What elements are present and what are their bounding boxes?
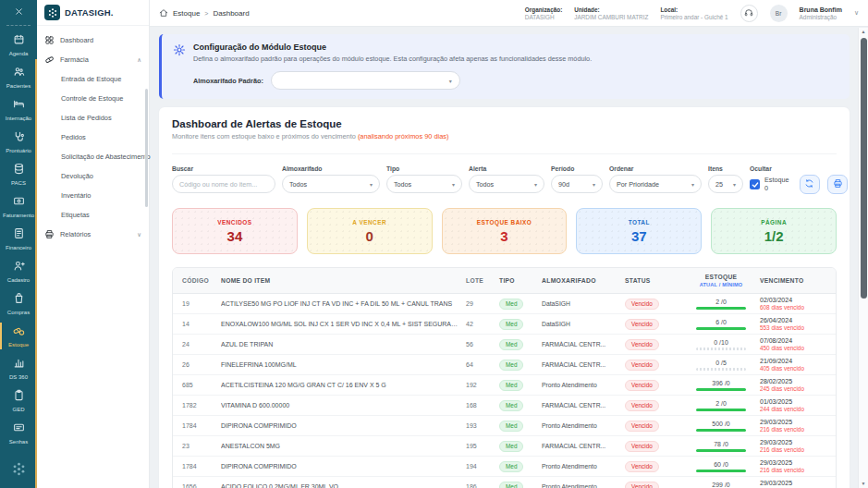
menu-item-inventario[interactable]: Inventário (37, 186, 149, 205)
summary-card-label: PÁGINA (761, 219, 787, 226)
rail-item-pacs[interactable]: PACS (0, 158, 37, 190)
item-code: 26 (173, 361, 221, 368)
rail-item-ged[interactable]: GED (0, 384, 37, 417)
rail-item-label: Prontuário (6, 148, 31, 154)
period-filter-select[interactable]: 90d▾ (551, 175, 603, 193)
col-estoque-sub: ATUAL / MÍNIMO (682, 282, 760, 287)
table-row[interactable]: 1656ACIDO FOLICO 0,2MG/ML FR 30ML VO186M… (173, 477, 836, 488)
menu-item-label: Solicitação de Abastecimento (61, 152, 151, 161)
avatar[interactable]: Br (770, 5, 788, 22)
stethoscope-icon (13, 129, 25, 146)
home-icon[interactable] (159, 8, 168, 18)
rail-item-pacientes[interactable]: Pacientes (0, 61, 37, 93)
table-row[interactable]: 19ACTILYSE50 MG PO LIOF INJ CT FA VD INC… (173, 294, 836, 314)
menu-item-devolucao[interactable]: Devolução (37, 166, 149, 186)
search-label: Buscar (172, 165, 275, 172)
scrollbar-thumb[interactable] (861, 38, 867, 299)
status-badge: Vencido (625, 299, 659, 310)
item-name: ACTILYSE50 MG PO LIOF INJ CT FA VD INC +… (221, 300, 466, 307)
menu-item-entrada-de-estoque[interactable]: Entrada de Estoque (37, 69, 149, 89)
user-plus-icon (13, 259, 25, 275)
status-badge: Vencido (625, 461, 659, 472)
status-badge: Vencido (625, 360, 659, 371)
rail-item-senhas[interactable]: Senhas (0, 417, 37, 449)
support-button[interactable] (740, 5, 758, 22)
rail-item-ds-360[interactable]: DS 360 (0, 352, 37, 384)
expiry-date: 26/04/2024 (760, 317, 836, 323)
menu-item-farmacia[interactable]: Farmácia∧ (37, 50, 149, 69)
refresh-button[interactable] (800, 175, 820, 194)
hide-stock-zero-label: Estoque 0 (764, 176, 792, 192)
hide-stock-zero-checkbox[interactable] (750, 179, 760, 189)
item-lot: 195 (466, 443, 499, 449)
table-row[interactable]: 1782VITAMINA D 600.00000168MedFARMÁCIAL … (173, 396, 836, 416)
menu-item-controle-de-estoque[interactable]: Controle de Estoque (37, 89, 149, 108)
menu-item-relatorios[interactable]: Relatórios∨ (37, 225, 149, 244)
item-warehouse: DataSIGH (542, 321, 625, 327)
rail-item-cadastro[interactable]: Cadastro (0, 255, 37, 287)
default-warehouse-label: Almoxarifado Padrão: (193, 77, 263, 85)
menu-item-dashboard[interactable]: Dashboard (37, 30, 149, 50)
rail-item-faturamento[interactable]: Faturamento (0, 190, 37, 223)
period-filter-value: 90d (558, 180, 569, 189)
rail-item-estoque[interactable]: Estoque (0, 320, 37, 352)
col-estoque: ESTOQUE ATUAL / MÍNIMO (682, 274, 760, 287)
items-per-page-select[interactable]: 25▾ (708, 175, 743, 193)
rail-item-agenda[interactable]: Agenda (0, 29, 37, 61)
rail-item-label: Compras (7, 310, 30, 316)
rail-items: AgendaPacientesInternaçãoProntuárioPACSF… (0, 29, 37, 449)
breadcrumb: Estoque > Dashboard (159, 8, 250, 18)
scroll-down-icon[interactable]: ▼ (862, 480, 866, 488)
chevron-down-icon: ▾ (449, 78, 452, 84)
type-filter-value: Todos (394, 180, 411, 189)
table-row[interactable]: 1784DIPIRONA COMPRIMIDO193MedPronto Aten… (173, 416, 836, 436)
summary-card-estoque-baixo: ESTOQUE BAIXO3 (442, 208, 568, 254)
breadcrumb-separator: > (204, 10, 208, 17)
rail-item-prontuario[interactable]: Prontuário (0, 126, 37, 158)
rail-item-compras[interactable]: Compras (0, 287, 37, 320)
rail-item-internacao[interactable]: Internação (0, 93, 37, 126)
item-warehouse: DataSIGH (542, 300, 625, 307)
summary-cards: VENCIDOS34A VENCER0ESTOQUE BAIXO3TOTAL37… (172, 208, 837, 254)
page-scrollbar[interactable]: ▲ ▼ (858, 28, 868, 488)
col-status: STATUS (625, 277, 682, 284)
bag-icon (13, 291, 25, 308)
scroll-up-icon[interactable]: ▲ (862, 28, 866, 36)
summary-card-label: A VENCER (352, 219, 386, 226)
search-input[interactable]: Código ou nome do item... (172, 175, 275, 193)
table-row[interactable]: 26FINELEFRINA 100MG/ML64MedFARMÁCIAL CEN… (173, 355, 836, 375)
user-meta: Bruna Bonfim Administração (800, 6, 842, 20)
warehouse-filter-select[interactable]: Todos▾ (282, 175, 380, 193)
user-role: Administração (800, 14, 842, 20)
config-banner: Configuração do Módulo Estoque Defina o … (159, 34, 850, 99)
breadcrumb-section[interactable]: Estoque (173, 9, 200, 18)
default-warehouse-select[interactable]: ▾ (271, 71, 460, 90)
menu-item-etiquetas[interactable]: Etiquetas (37, 205, 149, 225)
item-warehouse: FARMÁCIAL CENTR... (542, 341, 625, 348)
period-filter-label: Período (551, 165, 603, 172)
item-name: VITAMINA D 600.00000 (221, 402, 466, 409)
user-menu-chevron-down-icon[interactable]: ∨ (854, 9, 859, 17)
menu-item-label: Entrada de Estoque (61, 75, 121, 83)
rail-item-financeiro[interactable]: Financeiro (0, 223, 37, 255)
table-row[interactable]: 1784DIPIRONA COMPRIMIDO194MedPronto Aten… (173, 457, 836, 477)
menu-item-lista-de-pedidos[interactable]: Lista de Pedidos (37, 108, 149, 128)
menu-scrollbar[interactable] (145, 89, 148, 207)
type-badge: Med (499, 339, 523, 350)
summary-card-vencidos: VENCIDOS34 (172, 208, 298, 254)
sort-filter-select[interactable]: Por Prioridade▾ (609, 175, 702, 193)
table-row[interactable]: 23ANESTALCON 5MG195MedFARMÁCIAL CENTR...… (173, 436, 836, 457)
local-value: Primeiro andar - Guichê 1 (660, 14, 727, 20)
subtitle-highlight: (analisando próximos 90 dias) (358, 132, 449, 140)
module-menu-sidebar: DATASIGH. DashboardFarmácia∧Entrada de E… (37, 0, 150, 488)
menu-item-solicitacao-de-abastecimento[interactable]: Solicitação de Abastecimento (37, 147, 149, 166)
table-row[interactable]: 24AZUL DE TRIPAN56MedFARMÁCIAL CENTR...V… (173, 335, 836, 355)
close-sidebar-button[interactable] (0, 0, 37, 24)
print-button[interactable] (827, 175, 848, 194)
table-row[interactable]: 685ACETILCISTEINA 120 MG/G GRAN CT C/ 16… (173, 375, 836, 396)
item-name: DIPIRONA COMPRIMIDO (221, 422, 466, 429)
table-row[interactable]: 14ENOXALOW100 MG/ML SOL INJ CX 1 SER VD … (173, 314, 836, 335)
alert-filter-select[interactable]: Todos▾ (469, 175, 544, 193)
menu-item-pedidos[interactable]: Pedidos (37, 128, 149, 147)
type-filter-select[interactable]: Todos▾ (386, 175, 462, 193)
